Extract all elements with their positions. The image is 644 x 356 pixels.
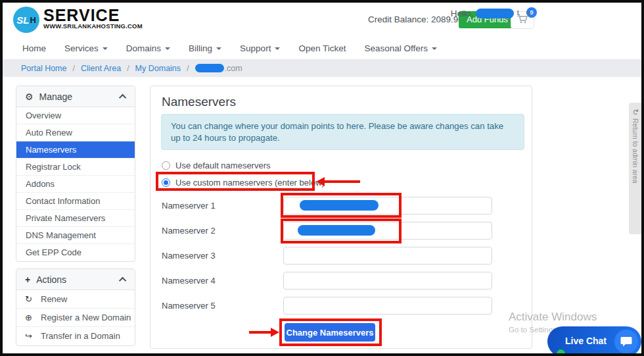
gear-icon: ⚙	[25, 91, 34, 102]
logo[interactable]: SERVICE WWW.SRILANKAHOSTING.COM	[43, 8, 143, 30]
action-renew-label: Renew	[41, 290, 67, 309]
change-nameservers-button[interactable]: Change Nameservers	[285, 323, 375, 342]
logo-circle: SLH	[13, 7, 39, 33]
nameserver-5-label: Nameserver 5	[162, 297, 216, 315]
screenshot-frame: SLH SERVICE WWW.SRILANKAHOSTING.COM Cred…	[0, 0, 644, 356]
manage-panel-header[interactable]: ⚙ Manage	[16, 86, 135, 107]
breadcrumb-client-area[interactable]: Client Area	[81, 64, 121, 73]
breadcrumb-portal-home[interactable]: Portal Home	[21, 64, 66, 73]
nameserver-4-input[interactable]	[283, 272, 492, 290]
header: SLH SERVICE WWW.SRILANKAHOSTING.COM Cred…	[3, 3, 641, 38]
nameserver-5-input[interactable]	[283, 297, 492, 315]
chevron-down-icon	[526, 13, 531, 15]
info-alert: You can change where your domain points …	[161, 114, 524, 150]
chevron-down-icon	[432, 47, 437, 50]
live-chat-button[interactable]: Live Chat	[547, 326, 641, 353]
breadcrumb-separator: /	[72, 64, 74, 73]
radio-icon-checked[interactable]	[162, 178, 170, 187]
nameserver-1-row: Nameserver 1	[162, 197, 503, 215]
nav-home[interactable]: Home	[22, 43, 46, 53]
sidebar-item-addons[interactable]: Addons	[16, 176, 135, 193]
sidebar-item-nameservers[interactable]: Nameservers	[16, 141, 135, 159]
globe-icon: ⊕	[25, 309, 34, 327]
nameserver-3-row: Nameserver 3	[162, 247, 503, 265]
main-nav: Home Services Domains Billing Support Op…	[3, 38, 641, 59]
radio-icon-unchecked[interactable]	[162, 161, 170, 170]
sidebar-item-overview[interactable]: Overview	[16, 107, 135, 124]
actions-panel-header[interactable]: + Actions	[16, 269, 135, 290]
logo-site: WWW.SRILANKAHOSTING.COM	[43, 22, 143, 30]
credit-balance: Credit Balance: 2089.90	[368, 14, 463, 24]
live-chat-label: Live Chat	[565, 336, 607, 346]
chevron-down-icon	[103, 47, 108, 50]
plus-icon: +	[25, 274, 30, 285]
nav-billing[interactable]: Billing	[189, 43, 221, 53]
action-renew[interactable]: ↻ Renew	[16, 290, 135, 309]
nav-support[interactable]: Support	[240, 43, 280, 53]
nameservers-panel: Nameservers You can change where your do…	[150, 86, 532, 349]
user-greeting-menu[interactable]: Hello, !	[451, 3, 531, 24]
nameserver-5-row: Nameserver 5	[162, 297, 503, 315]
nav-seasonal-offers[interactable]: Seasonal Offers	[364, 43, 437, 53]
nameserver-4-row: Nameserver 4	[162, 272, 503, 290]
refresh-icon: ↻	[25, 290, 34, 309]
chevron-down-icon	[165, 47, 170, 50]
logo-abbr: SL	[16, 14, 29, 26]
annotation-arrow-submit	[249, 328, 279, 337]
return-to-admin-tab[interactable]: ↻ Return to admin area	[629, 103, 641, 234]
chat-bubble-circle	[614, 330, 638, 353]
sidebar-item-private-nameservers[interactable]: Private Nameservers	[16, 210, 135, 227]
chevron-down-icon	[216, 47, 221, 50]
nameserver-2-redaction	[298, 225, 375, 236]
logo-abbr-h: H	[30, 15, 35, 25]
chevron-up-icon	[119, 276, 126, 284]
nameserver-2-row: Nameserver 2	[162, 222, 503, 240]
radio-custom-nameservers[interactable]: Use custom nameservers (enter below)	[162, 177, 325, 188]
action-transfer-label: Transfer in a Domain	[41, 327, 120, 345]
sidebar-item-contact-information[interactable]: Contact Information	[16, 193, 135, 210]
chevron-up-icon	[119, 93, 126, 101]
actions-panel-title: Actions	[36, 274, 66, 285]
nameserver-4-label: Nameserver 4	[162, 272, 216, 290]
nameserver-2-label: Nameserver 2	[162, 222, 216, 240]
breadcrumb-separator: /	[127, 64, 129, 73]
breadcrumb-current-domain: .com	[195, 64, 242, 73]
sidebar-item-dns-management[interactable]: DNS Management	[16, 227, 135, 244]
page-title: Nameservers	[162, 95, 236, 109]
sidebar-item-auto-renew[interactable]: Auto Renew	[16, 124, 135, 141]
nav-domains[interactable]: Domains	[126, 43, 170, 53]
manage-panel: ⚙ Manage Overview Auto Renew Nameservers…	[16, 86, 135, 262]
greeting-text: Hello,	[451, 9, 474, 18]
nameserver-1-label: Nameserver 1	[162, 197, 216, 215]
action-transfer-domain[interactable]: ↪ Transfer in a Domain	[16, 327, 135, 345]
nameserver-1-redaction	[300, 200, 379, 211]
action-register-new-domain[interactable]: ⊕ Register a New Domain	[16, 309, 135, 327]
domain-redaction	[195, 64, 224, 72]
nav-open-ticket[interactable]: Open Ticket	[298, 43, 346, 53]
arrow-head-right-icon	[271, 328, 279, 337]
manage-panel-title: Manage	[39, 91, 73, 102]
refresh-icon: ↻	[631, 109, 640, 115]
nameserver-3-input[interactable]	[283, 247, 492, 265]
logo-name: SERVICE	[43, 8, 143, 22]
watermark-line1: Activate Windows	[509, 311, 628, 324]
greeting-suffix: !	[517, 9, 519, 18]
sidebar-item-registrar-lock[interactable]: Registrar Lock	[16, 159, 135, 176]
breadcrumb: Portal Home / Client Area / My Domains /…	[3, 59, 641, 77]
sidebar-item-get-epp-code[interactable]: Get EPP Code	[16, 244, 135, 261]
radio-default-nameservers[interactable]: Use default nameservers	[162, 160, 271, 170]
radio-default-label: Use default nameservers	[175, 161, 271, 170]
action-register-label: Register a New Domain	[41, 309, 131, 327]
nav-services[interactable]: Services	[64, 43, 108, 53]
username-redaction	[476, 9, 514, 18]
breadcrumb-my-domains[interactable]: My Domains	[135, 64, 181, 73]
chevron-down-icon	[275, 47, 280, 50]
transfer-icon: ↪	[25, 327, 34, 345]
chat-bubble-icon	[620, 336, 632, 347]
page: SLH SERVICE WWW.SRILANKAHOSTING.COM Cred…	[3, 3, 641, 353]
return-to-admin-label: Return to admin area	[632, 118, 639, 184]
radio-custom-label: Use custom nameservers (enter below)	[175, 178, 325, 188]
nameserver-3-label: Nameserver 3	[162, 247, 216, 265]
actions-panel: + Actions ↻ Renew ⊕ Register a New Domai…	[16, 268, 135, 346]
breadcrumb-separator: /	[187, 64, 189, 73]
